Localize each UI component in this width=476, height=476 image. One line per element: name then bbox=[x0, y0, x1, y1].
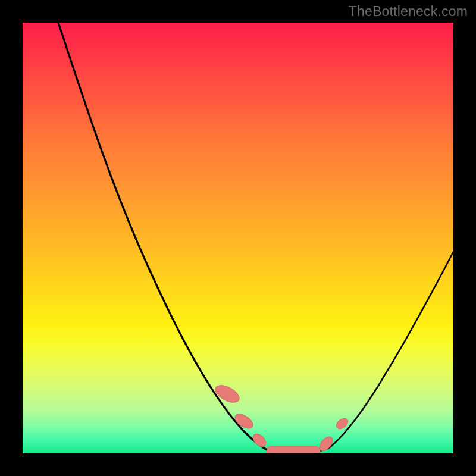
marker-1 bbox=[212, 382, 242, 406]
right-curve bbox=[329, 252, 453, 448]
watermark-text: TheBottleneck.com bbox=[349, 4, 468, 20]
marker-4 bbox=[267, 446, 320, 453]
plot-area bbox=[23, 23, 453, 453]
left-curve bbox=[58, 23, 270, 451]
chart-svg bbox=[23, 23, 453, 453]
outer-frame: TheBottleneck.com bbox=[0, 0, 476, 476]
